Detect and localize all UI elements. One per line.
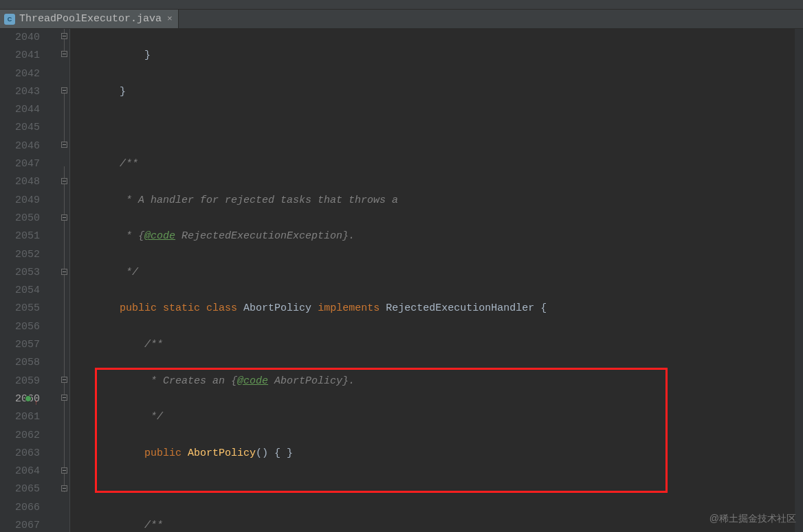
- fold-toggle-icon[interactable]: [61, 51, 67, 57]
- line-number: 2051: [0, 228, 59, 245]
- code-line: * {@code RejectedExecutionException}.: [70, 228, 803, 245]
- code-line: */: [70, 264, 803, 282]
- line-number: 2056: [0, 318, 59, 336]
- code-line: /**: [70, 336, 803, 354]
- code-area[interactable]: } } /** * A handler for rejected tasks t…: [70, 29, 803, 532]
- code-line: /**: [70, 155, 803, 173]
- line-number: 2048: [0, 173, 59, 191]
- line-number: 2065: [0, 480, 59, 498]
- tab-filename: ThreadPoolExecutor.java: [19, 13, 162, 25]
- line-number: 2049: [0, 192, 59, 210]
- fold-toggle-icon[interactable]: [61, 467, 67, 474]
- fold-toggle-icon[interactable]: [61, 377, 67, 383]
- code-line: }: [70, 83, 803, 101]
- line-number: 2053: [0, 264, 59, 282]
- line-number: 2064: [0, 463, 59, 480]
- tab-bar: C ThreadPoolExecutor.java ×: [0, 10, 803, 29]
- watermark: @稀土掘金技术社区: [710, 513, 796, 525]
- code-line: [70, 119, 803, 137]
- line-number: 2041: [0, 47, 59, 65]
- line-number: 2060 ↑: [0, 390, 59, 408]
- code-line: /**: [70, 517, 803, 532]
- line-number: 2047: [0, 155, 59, 173]
- fold-column: [59, 29, 70, 532]
- line-number: 2055: [0, 300, 59, 318]
- line-number: 2042: [0, 65, 59, 83]
- code-line: * Creates an {@code AbortPolicy}.: [70, 373, 803, 390]
- line-number: 2057: [0, 336, 59, 354]
- line-gutter: 2040 2041 2042 2043 2044 2045 2046 2047 …: [0, 29, 59, 532]
- fold-toggle-icon[interactable]: [61, 87, 67, 93]
- line-number: 2043: [0, 83, 59, 101]
- line-number: 2052: [0, 246, 59, 264]
- fold-toggle-icon[interactable]: [61, 178, 67, 184]
- code-line: [70, 480, 803, 498]
- line-number: 2066: [0, 499, 59, 517]
- line-number: 2040: [0, 29, 59, 47]
- code-line: public AbortPolicy() { }: [70, 445, 803, 463]
- fold-toggle-icon[interactable]: [61, 214, 67, 221]
- line-number: 2063: [0, 445, 59, 463]
- fold-toggle-icon[interactable]: [61, 33, 67, 39]
- override-marker-icon[interactable]: [25, 395, 32, 402]
- line-number: 2050: [0, 210, 59, 228]
- java-class-icon: C: [4, 14, 15, 25]
- close-icon[interactable]: ×: [166, 14, 173, 24]
- fold-toggle-icon[interactable]: [61, 485, 67, 491]
- line-number: 2059: [0, 373, 59, 390]
- fold-toggle-icon[interactable]: [61, 269, 67, 275]
- line-number: 2045: [0, 119, 59, 137]
- line-number: 2061: [0, 408, 59, 426]
- fold-toggle-icon[interactable]: [61, 395, 67, 401]
- code-line: */: [70, 408, 803, 426]
- code-line: }: [70, 47, 803, 65]
- editor[interactable]: 2040 2041 2042 2043 2044 2045 2046 2047 …: [0, 29, 803, 532]
- line-number: 2062: [0, 427, 59, 445]
- line-number: 2046: [0, 137, 59, 155]
- tab-threadpoolexecutor[interactable]: C ThreadPoolExecutor.java ×: [0, 10, 179, 28]
- code-line: public static class AbortPolicy implemen…: [70, 300, 803, 318]
- right-gutter: [795, 29, 803, 532]
- line-number: 2067: [0, 517, 59, 532]
- line-number: 2058: [0, 354, 59, 372]
- line-number: 2054: [0, 282, 59, 300]
- fold-toggle-icon[interactable]: [61, 142, 67, 148]
- code-line: * A handler for rejected tasks that thro…: [70, 192, 803, 210]
- line-number: 2044: [0, 101, 59, 119]
- menu-bar: [0, 0, 803, 10]
